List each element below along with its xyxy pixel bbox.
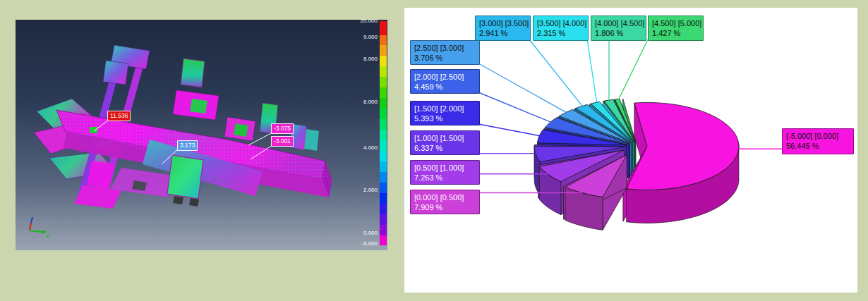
3d-viewport[interactable]: 11.5363.173-3.075-3.001 20.0009.0008.000… [16, 20, 387, 250]
deviation-colorbar [380, 21, 387, 245]
pie-slice-label: [1.000] [1.500]6.337 % [410, 130, 480, 155]
colorbar-tick-label: 20.000 [354, 18, 378, 24]
pie-slice-label: [2.500] [3.000]3.706 % [410, 40, 480, 65]
colorbar-tick-label: 0.000 [354, 231, 378, 236]
colorbar-tick-label: 4.000 [354, 145, 378, 151]
pie-slice-label: [-5.000] [0.000]56.445 % [782, 128, 854, 154]
colorbar-tick-label: 2.000 [354, 188, 378, 193]
colorbar-tick-label: 6.000 [354, 99, 378, 105]
deviation-annotation[interactable]: 11.536 [107, 111, 131, 121]
pie-slice-label: [0.000] [0.500]7.909 % [410, 190, 480, 214]
pie-chart-panel: [-5.000] [0.000]56.445 %[0.000] [0.500]7… [404, 8, 857, 293]
deviation-annotation[interactable]: 3.173 [177, 140, 198, 151]
pie-slice-label: [4.500] [5.000]1.427 % [648, 16, 704, 41]
colorbar-tick-label: -5.000 [354, 241, 378, 247]
scan-object [16, 20, 387, 250]
deviation-annotation[interactable]: -3.001 [271, 136, 294, 147]
pie-slice [623, 102, 739, 223]
pie-slice-label: [1.500] [2.000]5.393 % [410, 101, 480, 125]
pie-slice-label: [2.000] [2.500]4.459 % [410, 69, 480, 94]
pie-slice-label: [3.500] [4.000]2.315 % [533, 16, 589, 41]
pie-slice-label: [0.500] [1.000]7.263 % [410, 160, 480, 185]
pie-slice-label: [3.000] [3.500]2.941 % [475, 16, 531, 41]
axes-triad-icon [30, 217, 49, 238]
pie-slice-label: [4.000] [4.500]1.806 % [591, 16, 646, 41]
report-page: 11.5363.173-3.075-3.001 20.0009.0008.000… [0, 0, 868, 301]
colorbar-tick-label: 9.000 [354, 35, 378, 40]
colorbar-tick-label: 8.000 [354, 56, 378, 62]
deviation-annotation[interactable]: -3.075 [271, 123, 294, 134]
